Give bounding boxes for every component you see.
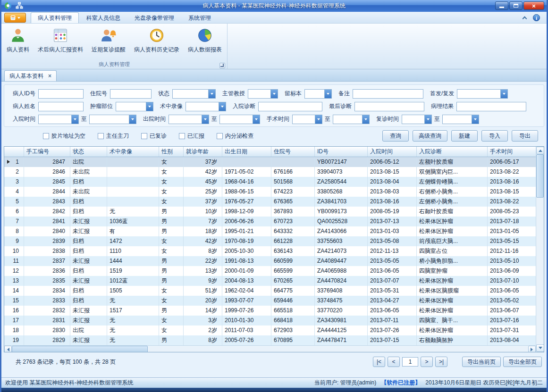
filter-field-r1-c1[interactable] [38,89,84,99]
tab-disc-video-management[interactable]: 光盘录像带管理 [128,13,181,23]
horizontal-scrollbar[interactable] [4,345,536,352]
vertical-scrollbar[interactable] [536,147,544,352]
app-logo-icon[interactable] [4,2,12,9]
table-row[interactable]: 12847出院女37岁YB00721472006-05-12左额叶胶质瘤2006… [4,157,536,167]
data-report-button[interactable]: 病人数据报表 [184,25,226,54]
combo-dropdown-icon[interactable] [208,90,215,98]
col-header-gender[interactable]: 性别 [159,147,184,157]
combo-dropdown-icon[interactable] [472,115,479,124]
filter-field-r2-c3[interactable] [185,102,226,111]
reported-checkbox[interactable]: 已汇报 [179,132,204,140]
query-button[interactable]: 查询 [382,130,409,142]
col-header-status[interactable]: 状态 [70,147,107,157]
revisited-checkbox[interactable]: 已复诊 [141,132,167,140]
combo-dropdown-icon[interactable] [270,90,278,98]
horizontal-scroll-thumb[interactable] [12,346,148,352]
org-chart-icon[interactable] [16,2,23,9]
scroll-track[interactable] [536,198,544,344]
table-row[interactable]: 192829未汇报无男8岁2005-07-26670895ZA447847120… [4,335,536,345]
tab-patient-basic-info[interactable]: 病人基本资料 × [4,70,57,81]
combo-dropdown-icon[interactable] [424,115,431,124]
filter-field-r1-c7[interactable] [457,89,508,99]
postop-report-button[interactable]: 术后病人汇报资料 [34,25,87,54]
export-current-page-button[interactable]: 导出当前页 [462,357,501,367]
table-row[interactable]: 112837未汇报1444男22岁1991-08-13660599ZA40894… [4,256,536,266]
combo-dropdown-icon[interactable] [146,102,153,111]
col-header-age-at-visit[interactable]: 就诊年龄 [184,147,222,157]
combo-dropdown-icon[interactable] [219,102,226,111]
history-record-button[interactable]: 病人资料历史记录 [130,25,184,54]
table-row[interactable]: 52843归档女37岁1976-05-27676365ZA38417032013… [4,197,536,207]
page-number-input[interactable] [402,357,418,367]
table-row[interactable]: 132835未汇报1012蓝男9岁2004-08-13670265ZA44708… [4,276,536,286]
table-row[interactable]: 62842归档无男10岁1998-12-09367893YB0099173200… [4,207,536,217]
export-button[interactable]: 导出 [512,130,538,142]
film-address-empty-checkbox[interactable]: 胶片地址为空 [43,132,85,140]
table-row[interactable]: 122836归档1519男13岁2000-01-09665599ZA406598… [4,266,536,276]
last-page-button[interactable]: >| [435,357,447,367]
table-row[interactable]: 142834归档1505女51岁1962-02-0466477533769408… [4,286,536,296]
filter-field-r2-c2[interactable] [116,102,153,111]
col-header-rownum[interactable] [4,147,24,157]
filter-field-r1-c6[interactable] [353,89,423,99]
combo-dropdown-icon[interactable] [253,115,260,124]
minimize-button[interactable] [495,1,508,10]
prev-page-button[interactable]: < [388,357,400,367]
filter-field-r3-c4-from[interactable] [402,115,432,124]
table-row[interactable]: 32845归档女45岁1968-04-16501568ZA25805442013… [4,177,536,187]
table-row[interactable]: 182830出院无女2岁2011-07-03672903ZA4444125201… [4,325,536,335]
app-menu-button[interactable] [4,13,26,23]
filter-field-r3-c3-from[interactable] [292,115,322,124]
export-all-pages-button[interactable]: 导出全部页 [503,357,542,367]
table-row[interactable]: 152833归档无女20岁1993-07-0765944633748475201… [4,296,536,306]
collapse-ribbon-icon[interactable] [523,16,527,21]
registered-badge[interactable]: 【软件已注册】 [381,379,421,387]
col-header-surgery-date[interactable]: 手术时间 [488,147,536,157]
close-button[interactable]: × [523,1,544,10]
filter-field-r2-c1[interactable] [38,102,84,111]
filter-field-r3-c1-to[interactable] [89,115,136,124]
col-header-birth-date[interactable]: 出生日期 [222,147,271,157]
first-page-button[interactable]: |< [373,357,385,367]
combo-dropdown-icon[interactable] [315,115,322,124]
col-header-id-number[interactable]: ID号 [315,147,368,157]
filter-field-r3-c2-to[interactable] [219,115,260,124]
filter-field-r1-c4[interactable] [248,89,278,99]
col-header-manual-number[interactable]: 手工编号 [24,147,70,157]
combo-dropdown-icon[interactable] [500,90,507,98]
table-row[interactable]: 42844未出院女25岁1988-06-15674223338052682013… [4,187,536,197]
tab-close-icon[interactable]: × [48,73,51,79]
filter-field-r1-c3[interactable] [172,89,216,99]
combo-dropdown-icon[interactable] [129,115,136,124]
col-header-intraop-video[interactable]: 术中录像 [107,147,159,157]
combo-dropdown-icon[interactable] [362,115,369,124]
patient-info-button[interactable]: 病人资料 [2,25,34,54]
tab-system-management[interactable]: 系统管理 [182,13,218,23]
scroll-track[interactable] [148,346,528,352]
filter-field-r3-c3-to[interactable] [333,115,370,124]
titlebar[interactable]: 病人基本资料 - 某某医院神经外科-神经外科数据管理系统 × [1,0,547,12]
table-row[interactable]: 82840未汇报有男18岁1995-01-21643332ZA414306620… [4,226,536,236]
table-row[interactable]: 172831未汇报无女3岁2010-01-30668418ZA343098120… [4,316,536,325]
endocrine-exam-checkbox[interactable]: 内分泌检查 [217,132,253,140]
col-header-admission-diagnosis[interactable]: 入院诊断 [417,147,488,157]
table-row[interactable]: 162832未汇报1517男14岁1999-07-266655183377022… [4,306,536,316]
filter-field-r3-c1-from[interactable] [38,115,79,124]
group-dialog-launcher-icon[interactable] [219,63,225,68]
filter-field-r3-c2-from[interactable] [169,115,209,124]
advanced-query-button[interactable]: 高级查询 [413,130,447,142]
vertical-scroll-thumb[interactable] [536,154,544,198]
create-button[interactable]: 新建 [451,130,478,142]
revisit-reminder-button[interactable]: 近期复诊提醒 [87,25,130,54]
table-row[interactable]: 92839归档1472女42岁1970-08-19661228337556032… [4,236,536,246]
scroll-right-icon[interactable] [528,346,536,352]
next-page-button[interactable]: > [421,357,433,367]
filter-field-r3-c4-to[interactable] [442,115,479,124]
filter-field-r2-c4[interactable] [258,102,322,111]
col-header-admission-number[interactable]: 住院号 [271,147,315,157]
tab-patient-management[interactable]: 病人资料管理 [31,12,79,23]
filter-field-r1-c5[interactable] [304,89,332,99]
import-button[interactable]: 导入 [481,130,508,142]
scroll-left-icon[interactable] [4,346,12,352]
filter-field-r2-c5[interactable] [354,102,424,111]
